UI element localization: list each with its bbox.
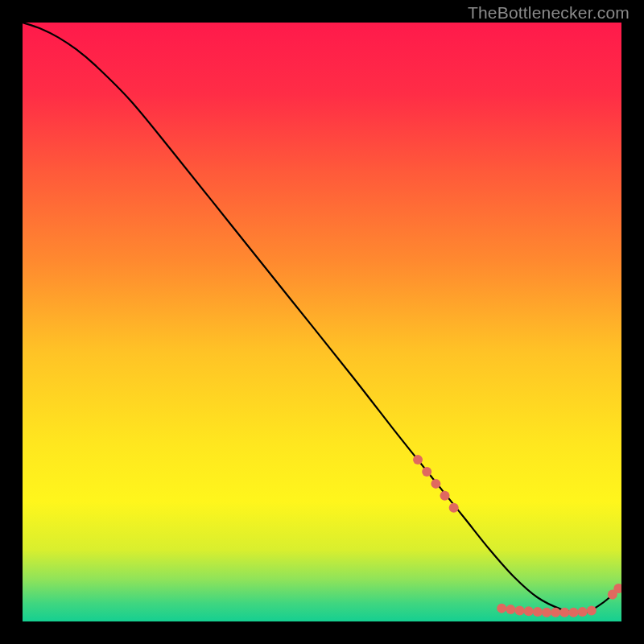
marker-point: [568, 608, 578, 617]
attribution-text: TheBottlenecker.com: [468, 3, 630, 23]
chart-plot-area: [23, 23, 621, 621]
chart-background: [23, 23, 621, 621]
marker-point: [440, 491, 450, 501]
marker-point: [542, 608, 551, 617]
marker-point: [515, 606, 525, 616]
chart-svg: [23, 23, 621, 621]
marker-point: [413, 455, 423, 464]
marker-point: [578, 607, 588, 617]
marker-point: [587, 606, 597, 616]
marker-point: [559, 608, 569, 617]
marker-point: [506, 605, 515, 614]
marker-point: [422, 467, 431, 477]
marker-point: [533, 607, 543, 617]
marker-point: [431, 479, 440, 489]
marker-point: [449, 503, 459, 513]
marker-point: [524, 606, 534, 616]
chart-stage: TheBottlenecker.com: [0, 0, 644, 644]
marker-point: [497, 604, 506, 613]
marker-point: [551, 608, 560, 617]
